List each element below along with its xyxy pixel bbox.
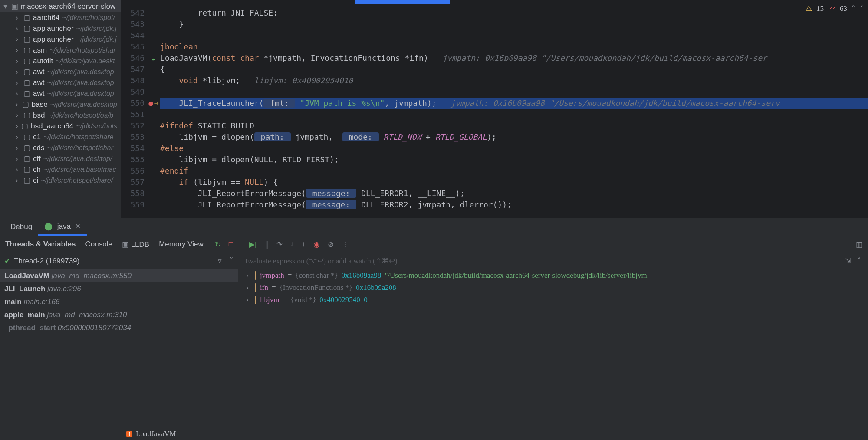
chevron-right-icon: ›: [16, 35, 21, 44]
tree-item[interactable]: ›▢awt ~/jdk/src/java.desktop: [0, 88, 121, 99]
breadcrumb-label: LoadJavaVM: [136, 430, 176, 438]
chevron-right-icon: ›: [16, 79, 21, 87]
debug-tabs: Debug ⬤ java ✕: [0, 218, 868, 236]
variable-row[interactable]: ›ifn = {InvocationFunctions *} 0x16b09a2…: [238, 282, 868, 294]
tree-item-label: aarch64: [33, 13, 59, 22]
stack-frame[interactable]: JLI_Launch java.c:296: [0, 282, 238, 296]
breadcrumb[interactable]: f LoadJavaVM: [121, 428, 181, 440]
tree-item[interactable]: ›▢applauncher ~/jdk/src/jdk.j: [0, 34, 121, 45]
folder-icon: ▢: [23, 56, 30, 66]
tree-item-path: ~/jdk/src/java.desktop: [50, 101, 117, 108]
view-breakpoints-icon[interactable]: ◉: [313, 240, 320, 249]
tree-item[interactable]: ›▢cds ~/jdk/src/hotspot/shar: [0, 142, 121, 153]
step-out-icon[interactable]: ↑: [302, 240, 306, 249]
exec-point-icon: →: [154, 98, 159, 109]
tree-item[interactable]: ›▢autofit ~/jdk/src/java.deskt: [0, 56, 121, 66]
folder-icon: ▢: [23, 111, 30, 120]
folder-icon: ▢: [23, 176, 30, 185]
tree-item-path: ~/jdk/src/java.desktop: [47, 79, 114, 87]
tree-item-path: ~/jdk/src/java.deskt: [56, 57, 115, 65]
stack-frame[interactable]: _pthread_start 0x0000000180772034: [0, 322, 238, 335]
variable-row[interactable]: ›libjvm = {void *} 0x40002954010: [238, 294, 868, 306]
tree-item[interactable]: ›▢awt ~/jdk/src/java.desktop: [0, 77, 121, 88]
tree-item[interactable]: ›▢awt ~/jdk/src/java.desktop: [0, 66, 121, 77]
chevron-right-icon[interactable]: ›: [246, 283, 251, 292]
chevron-right-icon: ›: [16, 24, 21, 33]
tree-item-path: ~/jdk/src/jdk.j: [76, 25, 117, 33]
folder-icon: ▢: [23, 24, 30, 33]
step-over-icon[interactable]: ↷: [276, 240, 283, 249]
line-gutter[interactable]: 5425435445455465475485495505515525535545…: [121, 0, 147, 218]
tab-lldb[interactable]: ▣ LLDB: [122, 240, 149, 249]
pause-icon[interactable]: ‖: [265, 240, 269, 249]
check-icon: ✔: [4, 256, 10, 266]
more-icon[interactable]: ⋮: [342, 240, 349, 249]
mute-breakpoints-icon[interactable]: ⊘: [328, 240, 334, 249]
chevron-right-icon[interactable]: ›: [246, 271, 251, 280]
folder-icon: ▢: [23, 132, 30, 141]
layout-settings-icon[interactable]: ▥: [856, 240, 863, 249]
stack-frame[interactable]: main main.c:166: [0, 296, 238, 309]
gutter-marks[interactable]: ↲●→: [147, 0, 160, 218]
tree-item-label: applauncher: [33, 35, 74, 44]
rerun-icon[interactable]: ↻: [215, 240, 221, 249]
warning-count: 15: [816, 4, 824, 13]
inspection-badges[interactable]: ⚠ 15 〰 63 ˄ ˅: [806, 4, 864, 13]
filter-icon[interactable]: ▿: [218, 256, 222, 266]
tree-item[interactable]: ›▢applauncher ~/jdk/src/jdk.j: [0, 23, 121, 34]
chevron-down-icon[interactable]: ˅: [857, 256, 861, 266]
tree-item-path: ~/jdk/src/hotspot/os/b: [47, 112, 113, 119]
tree-item[interactable]: ›▢base ~/jdk/src/java.desktop: [0, 99, 121, 110]
code-area[interactable]: return JNI_FALSE; }jbooleanLoadJavaVM(co…: [160, 0, 868, 218]
loading-bar: [355, 0, 450, 4]
debug-tab-runconf[interactable]: ⬤ java ✕: [38, 218, 87, 236]
chevron-right-icon: ›: [16, 165, 21, 174]
chevron-right-icon: ›: [16, 57, 21, 66]
tree-item-label: bsd_aarch64: [31, 122, 73, 131]
tree-item[interactable]: ›▢ci ~/jdk/src/hotspot/share/: [0, 175, 121, 186]
chevron-up-icon[interactable]: ˄: [852, 4, 855, 13]
stack-frame[interactable]: apple_main java_md_macosx.m:310: [0, 309, 238, 322]
tree-item-label: bsd: [33, 111, 45, 120]
run-conf-label: java: [57, 222, 71, 230]
folder-icon: ▢: [23, 154, 30, 163]
breakpoint-icon[interactable]: ●: [148, 98, 153, 109]
evaluate-input[interactable]: Evaluate expression (⌥↩) or add a watch …: [238, 253, 868, 269]
tree-item[interactable]: ›▢bsd ~/jdk/src/hotspot/os/b: [0, 110, 121, 121]
chevron-right-icon: ›: [16, 13, 21, 22]
tree-item-path: ~/jdk/src/java.desktop: [47, 90, 114, 98]
chevron-right-icon[interactable]: ›: [246, 296, 251, 304]
tree-root[interactable]: ▾ ▣ macosx-aarch64-server-slow: [0, 0, 121, 12]
tab-console[interactable]: Console: [85, 240, 112, 249]
return-marker-icon: ↲: [151, 53, 156, 64]
tree-item[interactable]: ›▢c1 ~/jdk/src/hotspot/share: [0, 131, 121, 142]
variable-row[interactable]: ›jvmpath = {const char *} 0x16b09aa98 "/…: [238, 269, 868, 282]
resume-icon[interactable]: ▶|: [249, 240, 256, 249]
step-into-icon[interactable]: ↓: [290, 240, 294, 249]
stack-frame[interactable]: LoadJavaVM java_md_macosx.m:550: [0, 269, 238, 282]
tree-item-label: awt: [33, 79, 44, 87]
tree-item[interactable]: ›▢ch ~/jdk/src/java.base/mac: [0, 164, 121, 175]
project-tree[interactable]: ▾ ▣ macosx-aarch64-server-slow ›▢aarch64…: [0, 0, 121, 218]
debug-tab-label[interactable]: Debug: [4, 219, 38, 235]
tab-threads-variables[interactable]: Threads & Variables: [5, 240, 76, 249]
tree-item[interactable]: ›▢aarch64 ~/jdk/src/hotspot/: [0, 12, 121, 23]
tree-item[interactable]: ›▢cff ~/jdk/src/java.desktop/: [0, 153, 121, 164]
folder-icon: ▢: [23, 35, 30, 44]
terminal-icon: ▣: [122, 240, 129, 249]
tab-memory-view[interactable]: Memory View: [159, 240, 204, 249]
chevron-down-icon[interactable]: ˅: [860, 4, 864, 13]
tree-item[interactable]: ›▢bsd_aarch64 ~/jdk/src/hots: [0, 121, 121, 131]
code-editor[interactable]: ⚠ 15 〰 63 ˄ ˅ 54254354454554654754854955…: [121, 0, 868, 218]
close-icon[interactable]: ✕: [75, 222, 81, 230]
evaluate-history-icon[interactable]: ⇲: [845, 256, 851, 266]
tree-item[interactable]: ›▢asm ~/jdk/src/hotspot/shar: [0, 45, 121, 56]
frames-panel: ✔ Thread-2 (1699739) ▿ ˅ LoadJavaVM java…: [0, 253, 238, 440]
error-count: 63: [840, 4, 847, 13]
folder-icon: ▢: [23, 89, 30, 98]
stop-icon[interactable]: □: [229, 240, 233, 249]
thread-selector[interactable]: ✔ Thread-2 (1699739) ▿ ˅: [0, 253, 238, 269]
thread-label: Thread-2 (1699739): [14, 257, 79, 266]
chevron-down-icon[interactable]: ˅: [230, 256, 233, 266]
tree-item-path: ~/jdk/src/hotspot/: [62, 14, 115, 22]
